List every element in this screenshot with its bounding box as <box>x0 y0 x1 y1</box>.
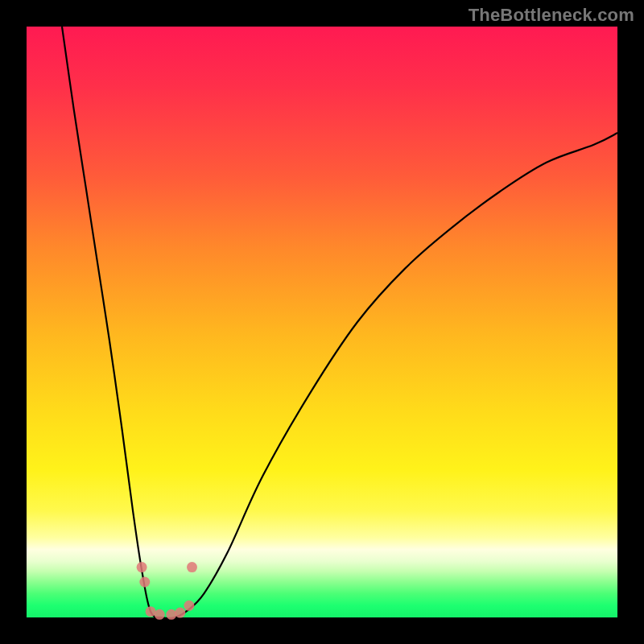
watermark-text: TheBottleneck.com <box>469 5 634 26</box>
curve-marker <box>175 608 185 618</box>
curve-marker <box>139 577 150 588</box>
curve-marker <box>146 606 156 617</box>
curve-marker <box>187 562 197 572</box>
curve-marker <box>137 562 147 572</box>
bottleneck-curve <box>62 27 617 618</box>
curve-layer <box>27 27 617 617</box>
curve-marker <box>184 601 194 611</box>
chart-frame: TheBottleneck.com <box>0 0 644 644</box>
curve-marker <box>155 609 165 620</box>
curve-marker <box>166 609 176 620</box>
